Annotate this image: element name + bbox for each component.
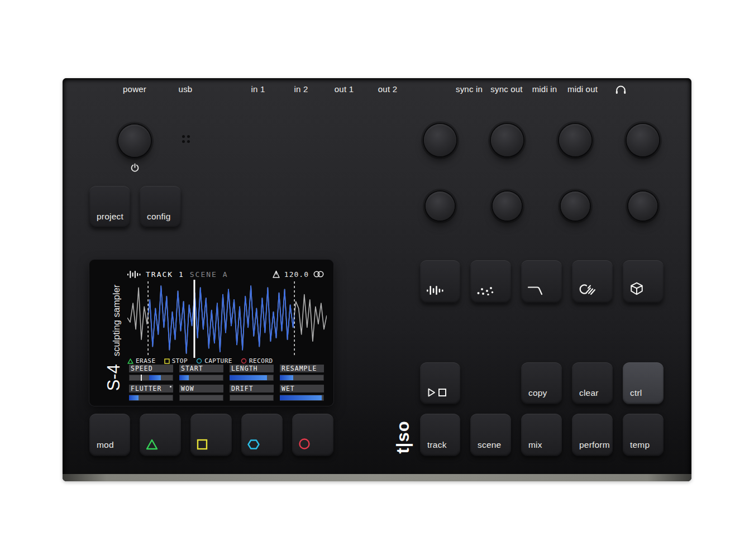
usb-jack-label: usb	[160, 84, 211, 94]
encoder-knob-6[interactable]	[493, 192, 522, 221]
slider-resample[interactable]: RESAMPLE	[280, 365, 324, 381]
slider-wow[interactable]: WOW	[179, 385, 223, 401]
pad-circle-button[interactable]	[292, 414, 333, 456]
out1-jack-label: out 1	[319, 84, 369, 94]
mix-button[interactable]: mix	[521, 414, 562, 456]
record-circle-icon	[241, 358, 247, 364]
clear-button-label: clear	[579, 388, 599, 398]
sample-engine-button[interactable]	[420, 260, 460, 303]
perform-button[interactable]: perform	[572, 414, 613, 456]
encoder-knob-2[interactable]	[491, 124, 523, 156]
ctrl-button[interactable]: ctrl	[623, 362, 664, 404]
slider-speed[interactable]: SPEED	[129, 365, 173, 381]
encoder-knob-7[interactable]	[561, 192, 590, 221]
mod-button-label: mod	[97, 440, 114, 450]
headphones-icon	[615, 84, 627, 95]
metronome-icon	[272, 270, 280, 279]
legend-erase: ERASE	[127, 357, 156, 365]
out2-jack-label: out 2	[362, 84, 413, 94]
cube-icon	[629, 282, 644, 295]
legend-erase-label: ERASE	[136, 357, 156, 365]
waveform-icon	[427, 285, 443, 295]
mod-button[interactable]: mod	[89, 414, 130, 456]
slider-flutter[interactable]: FLUTTER	[129, 385, 173, 401]
config-button-label: config	[147, 212, 171, 222]
legend-capture: CAPTURE	[196, 357, 232, 365]
model-name: S-4	[104, 364, 124, 391]
tempo-value[interactable]: 120.0	[284, 270, 309, 279]
temp-button-label: temp	[630, 440, 650, 450]
encoder-knob-8[interactable]	[628, 192, 657, 221]
encoder-knob-5[interactable]	[426, 192, 455, 221]
filter-button[interactable]	[521, 260, 562, 303]
square-pad-icon	[197, 439, 208, 450]
brand-logo: t|so	[392, 404, 414, 471]
product-stage: power usb in 1 in 2 out 1 out 2 sync in …	[0, 0, 754, 560]
slider-start[interactable]: START	[179, 365, 223, 381]
play-stop-button[interactable]	[420, 362, 460, 404]
screen-header: TRACK 1 SCENE A 120.0	[127, 269, 324, 279]
scene-indicator[interactable]: SCENE A	[190, 270, 228, 279]
track-button-label: track	[427, 440, 447, 450]
encoder-knob-1[interactable]	[424, 124, 456, 156]
usb-indicator-dots	[182, 135, 190, 143]
track-waveform-icon	[127, 270, 141, 279]
mix-button-label: mix	[528, 440, 542, 450]
s4-device-panel: power usb in 1 in 2 out 1 out 2 sync in …	[63, 78, 691, 481]
legend-stop-label: STOP	[172, 357, 188, 365]
pad-square-button[interactable]	[190, 414, 232, 456]
project-button-label: project	[97, 212, 123, 222]
sync-link-icon	[313, 270, 324, 278]
track-indicator[interactable]: TRACK 1	[146, 270, 184, 279]
circle-pad-icon	[298, 438, 311, 450]
pad-triangle-button[interactable]	[140, 414, 181, 456]
slider-length[interactable]: LENGTH	[230, 365, 274, 381]
tape-reel-icon	[579, 283, 596, 295]
transport-legend: ERASE STOP CAPTURE RECORD	[127, 357, 273, 365]
pad-hexagon-button[interactable]	[241, 414, 283, 456]
triangle-pad-icon	[146, 439, 158, 450]
copy-button[interactable]: copy	[521, 362, 562, 404]
temp-button[interactable]: temp	[623, 414, 664, 456]
legend-record-label: RECORD	[249, 357, 273, 365]
model-branding: S-4 sculpting sampler	[104, 260, 128, 416]
midi-out-jack-label: midi out	[557, 84, 608, 94]
grain-dots-icon	[477, 285, 494, 295]
power-knob[interactable]	[118, 125, 151, 157]
stop-square-icon	[164, 358, 170, 364]
slider-grid: SPEEDSTARTLENGTHRESAMPLEFLUTTERWOWDRIFTW…	[129, 365, 324, 401]
legend-capture-label: CAPTURE	[204, 357, 232, 365]
clear-button[interactable]: clear	[572, 362, 613, 404]
perform-button-label: perform	[579, 440, 610, 450]
encoder-knob-4[interactable]	[627, 124, 659, 156]
scene-button[interactable]: scene	[470, 414, 511, 456]
space-button[interactable]	[623, 260, 664, 303]
legend-record: RECORD	[241, 357, 273, 365]
play-stop-icon	[428, 388, 448, 397]
track-button[interactable]: track	[420, 414, 460, 456]
legend-stop: STOP	[164, 357, 188, 365]
ctrl-button-label: ctrl	[630, 388, 642, 398]
hexagon-pad-icon	[247, 439, 260, 450]
slider-wet[interactable]: WET	[280, 385, 324, 401]
granular-engine-button[interactable]	[470, 260, 511, 303]
filter-curve-icon	[528, 284, 545, 295]
scene-button-label: scene	[478, 440, 501, 450]
config-button[interactable]: config	[140, 186, 181, 228]
encoder-knob-3[interactable]	[559, 124, 591, 156]
power-symbol-icon	[130, 163, 140, 173]
device-bottom-bevel	[63, 474, 691, 481]
display-screen: S-4 sculpting sampler TRACK 1 SCENE A 12…	[89, 260, 333, 406]
capture-circle-icon	[196, 358, 202, 364]
copy-button-label: copy	[528, 388, 547, 398]
project-button[interactable]: project	[89, 186, 130, 228]
slider-drift[interactable]: DRIFT	[230, 385, 274, 401]
tape-button[interactable]	[572, 260, 613, 303]
power-jack-label: power	[109, 84, 160, 94]
waveform-svg[interactable]	[127, 280, 327, 358]
model-subtitle: sculpting sampler	[111, 285, 122, 356]
erase-triangle-icon	[127, 358, 133, 364]
